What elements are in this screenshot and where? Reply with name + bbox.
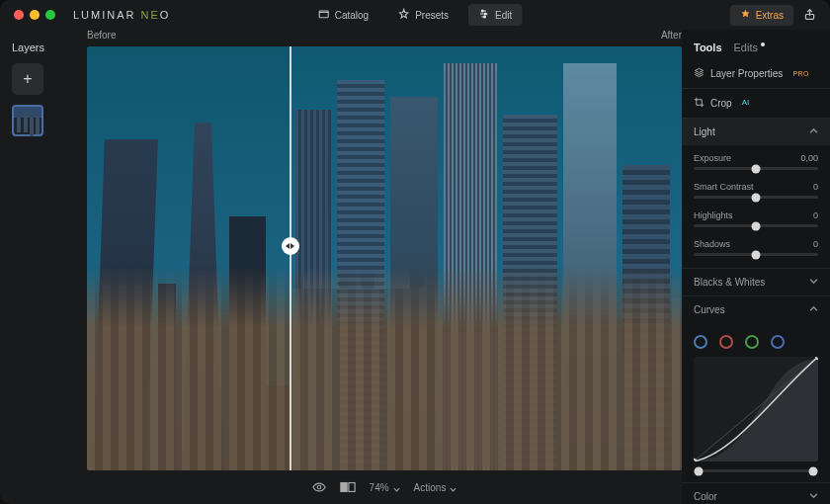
svg-rect-6 — [340, 483, 346, 492]
slider-knob[interactable] — [752, 250, 761, 259]
svg-point-2 — [482, 10, 484, 12]
right-tabs: Tools Edits — [682, 30, 830, 59]
crop-row[interactable]: Crop AI — [682, 88, 830, 118]
presets-button[interactable]: Presets — [388, 4, 458, 26]
layers-icon — [694, 67, 705, 80]
right-panel: Tools Edits Layer Properties PRO — [682, 30, 830, 504]
share-button[interactable] — [803, 8, 816, 23]
app-brand: LUMINAR NEO — [73, 9, 170, 21]
edit-icon — [478, 8, 490, 22]
shadows-slider[interactable] — [694, 253, 818, 256]
brand-text-c: O — [160, 9, 171, 21]
after-label: After — [661, 30, 682, 41]
titlebar-right: Extras — [730, 5, 816, 26]
slider-knob[interactable] — [752, 164, 761, 173]
highlights-value: 0 — [813, 210, 818, 220]
titlebar: LUMINAR NEO Catalog Presets — [0, 0, 830, 30]
slider-knob-black[interactable] — [695, 466, 704, 475]
extras-button[interactable]: Extras — [730, 5, 793, 26]
toggle-preview-button[interactable] — [312, 480, 326, 494]
body: Layers + Before After — [0, 30, 830, 504]
curves-header[interactable]: Curves — [682, 295, 830, 323]
exposure-value: 0,00 — [800, 153, 818, 163]
curve-channel-green[interactable] — [745, 335, 759, 349]
svg-point-1 — [485, 13, 487, 15]
center-column: Before After — [87, 30, 682, 504]
slider-knob[interactable] — [752, 193, 761, 202]
shadows-label: Shadows — [694, 239, 730, 249]
actions-selector[interactable]: Actions — [414, 482, 457, 493]
exposure-slider[interactable] — [694, 167, 818, 170]
chevron-down-icon — [450, 484, 456, 491]
add-layer-button[interactable]: + — [12, 63, 43, 95]
layer-properties-row[interactable]: Layer Properties PRO — [682, 59, 830, 88]
blacks-whites-label: Blacks & Whites — [694, 277, 765, 288]
app-window: LUMINAR NEO Catalog Presets — [0, 0, 830, 504]
light-section-header[interactable]: Light — [682, 118, 830, 145]
highlights-slider-row: Highlights 0 — [682, 207, 830, 235]
catalog-label: Catalog — [335, 10, 369, 21]
slider-knob[interactable] — [752, 221, 761, 230]
building-foreground — [87, 267, 682, 470]
chevron-right-icon — [290, 243, 294, 249]
layer-thumbnail[interactable] — [12, 105, 43, 136]
window-close-button[interactable] — [14, 10, 24, 20]
edit-label: Edit — [495, 10, 512, 21]
catalog-icon — [318, 8, 330, 22]
pro-badge: PRO — [792, 70, 809, 77]
crop-label: Crop — [710, 98, 732, 109]
extras-label: Extras — [756, 10, 784, 21]
compare-slider[interactable] — [290, 46, 291, 470]
highlights-label: Highlights — [694, 210, 733, 220]
smart-contrast-slider[interactable] — [694, 196, 818, 199]
exposure-label: Exposure — [694, 153, 731, 163]
shadows-slider-row: Shadows 0 — [682, 235, 830, 264]
color-row[interactable]: Color — [682, 482, 830, 504]
brand-text-b: NE — [136, 9, 160, 21]
svg-rect-7 — [348, 483, 354, 492]
tab-edits[interactable]: Edits — [734, 42, 765, 53]
curve-channel-luma[interactable] — [694, 335, 707, 349]
extras-icon — [740, 9, 751, 22]
window-minimize-button[interactable] — [30, 10, 40, 20]
color-label: Color — [694, 491, 717, 502]
chevron-up-icon — [809, 126, 818, 137]
layers-header: Layers — [12, 42, 75, 53]
tab-edits-label: Edits — [734, 42, 758, 53]
edit-button[interactable]: Edit — [468, 4, 522, 26]
chevron-down-icon — [809, 491, 818, 502]
highlights-slider[interactable] — [694, 224, 818, 227]
smart-contrast-slider-row: Smart Contrast 0 — [682, 178, 830, 207]
presets-icon — [398, 8, 410, 22]
curve-channel-dots — [694, 335, 818, 349]
window-maximize-button[interactable] — [45, 10, 55, 20]
window-controls — [14, 10, 55, 20]
compare-labels: Before After — [87, 30, 682, 46]
presets-label: Presets — [415, 10, 449, 21]
compare-mode-button[interactable] — [340, 481, 356, 493]
compare-slider-handle[interactable] — [282, 237, 299, 255]
chevron-up-icon — [809, 304, 818, 315]
slider-knob-white[interactable] — [808, 466, 817, 475]
zoom-value: 74% — [370, 482, 389, 493]
shadows-value: 0 — [813, 239, 818, 249]
blacks-whites-row[interactable]: Blacks & Whites — [682, 268, 830, 295]
bottom-toolbar: 74% Actions — [87, 470, 682, 504]
edits-indicator-dot — [761, 42, 765, 46]
curve-channel-red[interactable] — [719, 335, 733, 349]
curves-panel — [682, 323, 830, 482]
tab-tools[interactable]: Tools — [694, 42, 722, 53]
zoom-selector[interactable]: 74% — [370, 482, 400, 493]
before-label: Before — [87, 30, 116, 41]
catalog-button[interactable]: Catalog — [308, 4, 378, 26]
light-sliders: Exposure 0,00 Smart Contrast 0 Highlight… — [682, 145, 830, 268]
chevron-down-icon — [809, 277, 818, 288]
layers-panel: Layers + — [0, 30, 87, 504]
curves-range-slider[interactable] — [694, 469, 818, 472]
actions-label: Actions — [414, 482, 447, 493]
image-canvas[interactable] — [87, 46, 682, 470]
curves-label: Curves — [694, 304, 725, 315]
curve-channel-blue[interactable] — [771, 335, 785, 349]
layer-properties-label: Layer Properties — [710, 68, 783, 79]
curves-graph[interactable] — [694, 357, 818, 462]
